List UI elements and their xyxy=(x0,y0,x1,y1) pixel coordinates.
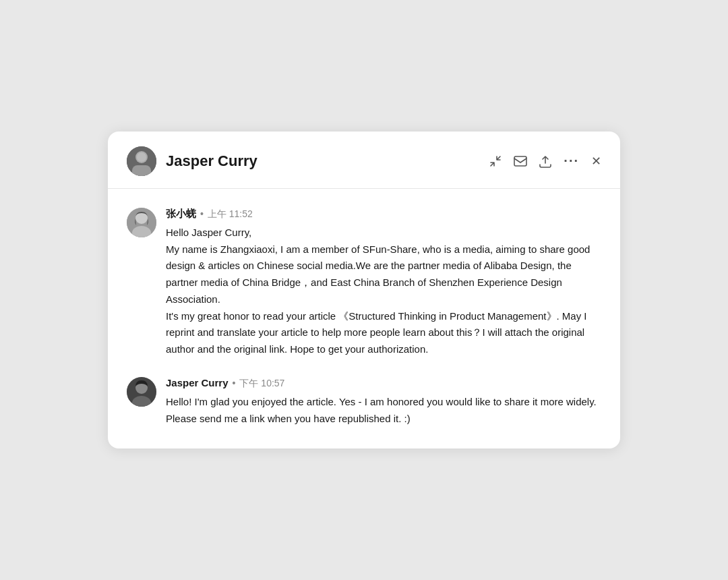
svg-point-3 xyxy=(137,152,146,162)
message-body-1: Hello Jasper Curry, My name is Zhangxiao… xyxy=(166,225,601,358)
message-content-2: Jasper Curry • 下午 10:57 Hello! I'm glad … xyxy=(166,377,601,428)
message-content-1: 张小蜣 • 上午 11:52 Hello Jasper Curry, My na… xyxy=(166,208,601,358)
upload-icon[interactable] xyxy=(539,154,551,168)
message-card: Jasper Curry ··· ✕ xyxy=(108,132,620,449)
compress-icon[interactable] xyxy=(489,155,502,167)
mail-icon[interactable] xyxy=(514,156,527,167)
message-time-1: 上午 11:52 xyxy=(208,208,253,221)
message-time-2: 下午 10:57 xyxy=(239,378,284,390)
message-author-1: 张小蜣 xyxy=(166,208,196,221)
header-title: Jasper Curry xyxy=(166,152,489,170)
sender-avatar-zhangxiaoxi xyxy=(127,208,156,237)
message-body-2: Hello! I'm glad you enjoyed the article.… xyxy=(166,394,601,428)
messages-list: 张小蜣 • 上午 11:52 Hello Jasper Curry, My na… xyxy=(108,189,620,449)
message-author-2: Jasper Curry xyxy=(166,377,229,388)
sender-avatar-jasper xyxy=(127,377,156,407)
card-header: Jasper Curry ··· ✕ xyxy=(108,132,620,189)
header-actions: ··· ✕ xyxy=(489,153,601,169)
header-avatar xyxy=(127,146,156,176)
more-icon[interactable]: ··· xyxy=(564,153,579,169)
svg-rect-4 xyxy=(132,165,151,176)
message-item: 张小蜣 • 上午 11:52 Hello Jasper Curry, My na… xyxy=(127,208,601,358)
message-meta-2: Jasper Curry • 下午 10:57 xyxy=(166,377,601,390)
message-meta-1: 张小蜣 • 上午 11:52 xyxy=(166,208,601,221)
message-item: Jasper Curry • 下午 10:57 Hello! I'm glad … xyxy=(127,377,601,428)
close-icon[interactable]: ✕ xyxy=(591,154,601,169)
svg-rect-5 xyxy=(514,156,526,166)
